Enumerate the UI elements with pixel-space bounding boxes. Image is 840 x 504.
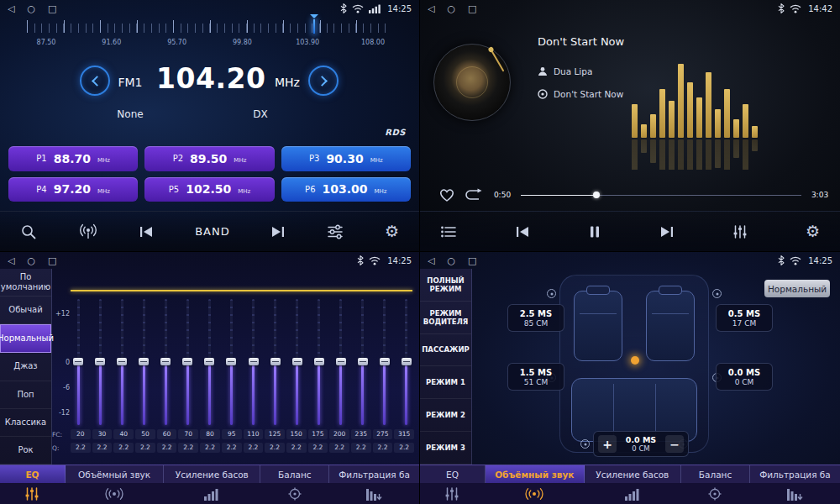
home-icon[interactable]: ○ [27,256,35,265]
tab-balance[interactable]: Баланс [681,465,750,483]
eq-band-slider[interactable] [313,299,325,425]
progress-knob[interactable] [593,192,600,198]
favorite-button[interactable] [438,187,455,202]
tuning-indicator[interactable] [313,19,315,34]
tab-bass-boost[interactable]: Усиление басов [164,465,260,483]
eq-band-slider[interactable] [94,299,106,425]
tab-icon-surround[interactable] [485,483,584,504]
tab-icon-filter[interactable] [328,483,419,504]
home-icon[interactable]: ○ [447,256,455,265]
preset-button-p2[interactable]: P289.50MHz [144,146,274,171]
tab-surround[interactable]: Объёмный звук [66,465,164,483]
delay-card-rear-right[interactable]: 0.0 MS 0 CM [716,363,773,391]
settings-button[interactable]: ⚙ [385,223,399,239]
tab-eq[interactable]: EQ [0,465,66,483]
eq-band-slider[interactable] [181,299,193,425]
preset-button-p3[interactable]: P390.30MHz [281,146,411,171]
back-icon[interactable]: ◁ [8,256,14,265]
previous-track-button[interactable] [515,226,530,238]
eq-band-slider[interactable] [401,299,412,425]
recents-icon[interactable]: □ [48,4,56,13]
tune-up-button[interactable] [308,66,339,96]
next-track-button[interactable] [659,226,675,238]
back-icon[interactable]: ◁ [428,4,434,13]
playlist-button[interactable] [440,225,457,239]
eq-band-slider[interactable] [379,299,391,425]
home-icon[interactable]: ○ [447,4,455,13]
delay-card-front-right[interactable]: 0.5 MS 17 CM [716,304,773,332]
eq-band-slider[interactable] [291,299,303,425]
next-station-button[interactable] [270,226,286,238]
tab-filter[interactable]: Фильтрация ба [329,465,419,483]
mode-item-2[interactable]: РЕЖИМ 2 [420,399,471,432]
equalizer-button[interactable] [732,224,748,239]
mode-item-1[interactable]: РЕЖИМ 1 [420,366,471,399]
eq-band-slider[interactable] [248,299,260,425]
eq-preset-item[interactable]: Поп [0,381,51,409]
tab-icon-surround[interactable] [65,483,164,504]
broadcast-button[interactable] [78,223,98,240]
tuner-settings-button[interactable] [327,224,344,239]
eq-preset-item[interactable]: Обычай [0,297,51,324]
eq-preset-item[interactable]: Классика [0,409,51,437]
back-icon[interactable]: ◁ [8,4,14,13]
fc-value: 175 [308,429,328,439]
search-button[interactable] [20,223,37,240]
tab-icon-bass[interactable] [164,483,261,504]
tab-icon-eq[interactable] [420,483,485,504]
tab-balance[interactable]: Баланс [260,465,329,483]
surround-sound-screen: ◁ ○ □ 14:25 ПОЛНЫЙ РЕЖИМ РЕЖИМ ВОДИТЕЛЯ … [420,252,840,504]
progress-bar[interactable] [521,191,801,199]
recents-icon[interactable]: □ [48,256,56,265]
tab-surround[interactable]: Объёмный звук [486,465,584,483]
mode-item-passenger[interactable]: ПАССАЖИР [420,334,471,367]
eq-band-slider[interactable] [72,299,84,425]
tab-icon-filter[interactable] [749,483,840,504]
band-button[interactable]: BAND [195,225,230,238]
tab-icon-balance[interactable] [260,483,328,504]
mode-item-3[interactable]: РЕЖИМ 3 [420,432,471,465]
seat-front-left[interactable] [574,291,622,361]
eq-band-slider[interactable] [138,299,150,425]
repeat-button[interactable] [464,188,484,202]
delay-card-front-left[interactable]: 2.5 MS 85 CM [507,304,564,332]
heart-icon [438,187,455,202]
settings-button[interactable]: ⚙ [806,223,820,239]
eq-preset-item[interactable]: Рок [0,437,51,465]
eq-preset-item[interactable]: По умолчанию [0,269,51,297]
tab-bass-boost[interactable]: Усиление басов [585,465,682,483]
eq-band-slider[interactable] [225,299,237,425]
preset-button-p5[interactable]: P5102.50MHz [144,177,274,202]
mode-item-full[interactable]: ПОЛНЫЙ РЕЖИМ [420,269,471,302]
tab-icon-eq[interactable] [0,483,65,504]
pause-button[interactable] [588,225,601,239]
eq-band-slider[interactable] [160,299,171,425]
sound-profile-button[interactable]: Нормальный [764,280,830,297]
tune-down-button[interactable] [80,66,110,96]
eq-band-slider[interactable] [270,299,281,425]
eq-band-slider[interactable] [203,299,215,425]
eq-band-slider[interactable] [116,299,128,425]
system-tray: 14:25 [340,3,412,13]
eq-preset-item[interactable]: Джаз [0,353,51,381]
preset-button-p1[interactable]: P188.70MHz [8,146,138,171]
seat-front-right[interactable] [646,291,695,361]
tab-icon-balance[interactable] [681,483,749,504]
mode-item-driver[interactable]: РЕЖИМ ВОДИТЕЛЯ [420,302,471,334]
eq-preset-item-selected[interactable]: Нормальный [0,324,51,353]
preset-button-p6[interactable]: P6103.00MHz [281,177,411,202]
recents-icon[interactable]: □ [468,4,476,13]
delay-card-rear-left[interactable]: 1.5 MS 51 CM [507,363,564,391]
eq-band-slider[interactable] [357,299,369,425]
recents-icon[interactable]: □ [468,256,476,265]
tab-filter[interactable]: Фильтрация ба [750,465,840,483]
tab-eq[interactable]: EQ [420,465,486,483]
tab-icon-bass[interactable] [584,483,681,504]
previous-station-button[interactable] [139,226,154,238]
home-icon[interactable]: ○ [27,4,35,13]
delay-increase-button[interactable]: + [598,435,617,453]
delay-decrease-button[interactable]: − [665,435,684,453]
back-icon[interactable]: ◁ [428,256,434,265]
eq-band-slider[interactable] [335,299,347,425]
preset-button-p4[interactable]: P497.20MHz [8,177,138,202]
